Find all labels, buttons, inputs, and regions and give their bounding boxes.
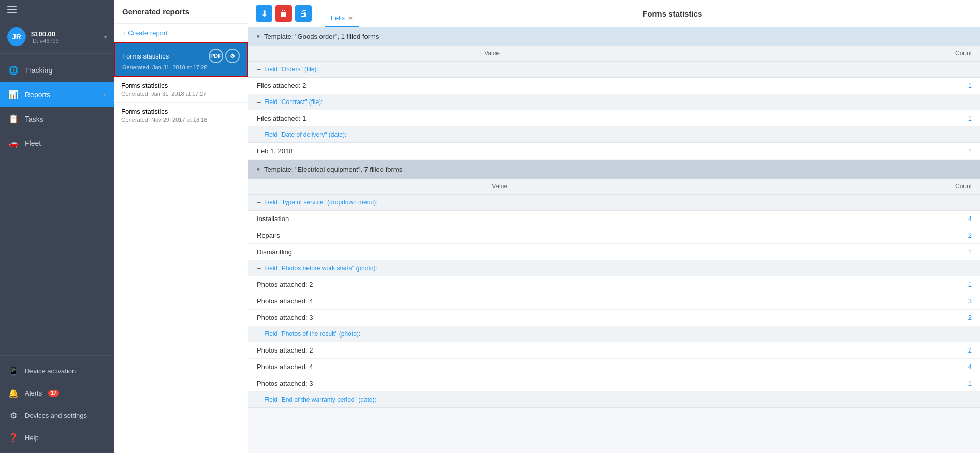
tab-felix[interactable]: Felix ✕ [325,10,359,27]
template-goods-order-title: Template: "Goods order", 1 filled forms [264,33,379,40]
sidebar-item-tracking-label: Tracking [25,66,106,75]
sidebar-item-tasks[interactable]: 📋 Tasks [0,107,114,131]
delete-button[interactable]: 🗑 [275,5,292,22]
col-value-header: Value [248,46,735,62]
report-item-3[interactable]: Forms statistics Generated: Nov 29, 2017… [114,103,248,128]
field-contract-header: − Field "Contract" (file): [248,94,980,110]
sidebar-item-device-activation[interactable]: 📱 Device activation [0,360,114,382]
sidebar-bottom: 📱 Device activation 🔔 Alerts 17 ⚙ Device… [0,355,114,453]
field-photos-before-label: − Field "Photos before work starts" (pho… [248,260,980,276]
user-balance: $100.00 [31,30,99,38]
sidebar-item-device-activation-label: Device activation [25,367,76,375]
table-row: Installation 4 [248,211,980,227]
photos-result-count-1: 2 [751,342,980,359]
sidebar-item-fleet[interactable]: 🚗 Fleet [0,131,114,155]
field-date-delivery-minus-icon: − [257,130,261,139]
tab-close-icon[interactable]: ✕ [348,14,353,22]
reports-layout: Generated reports + Create report Forms … [114,0,980,453]
report-item-1[interactable]: Forms statistics PDF ⚙ Generated: Jan 31… [114,42,248,77]
field-date-delivery-header: − Field "Date of delivery" (date): [248,127,980,143]
report-item-2-title: Forms statistics [121,82,168,90]
table-row: Photos attached: 4 3 [248,293,980,310]
table-row: Repairs 2 [248,227,980,244]
template-goods-order-header[interactable]: ▾ Template: "Goods order", 1 filled form… [248,27,980,46]
template-electrical-equipment-header[interactable]: ▾ Template: "Electrical equipment", 7 fi… [248,160,980,179]
field-orders-header: − Field "Orders" (file): [248,62,980,78]
pdf-button[interactable]: PDF [209,49,223,63]
type-service-value-1: Installation [248,211,751,227]
report-item-3-title: Forms statistics [121,108,168,115]
sidebar-item-help-label: Help [25,434,39,442]
field-warranty-label: − Field "End of the warranty period" (da… [248,392,980,408]
settings-icon: ⚙ [8,411,19,420]
create-report-button[interactable]: + Create report [114,24,248,42]
field-contract-label: − Field "Contract" (file): [248,94,980,110]
photos-before-count-1: 1 [751,276,980,293]
alerts-badge: 17 [48,390,59,397]
device-activation-icon: 📱 [8,366,19,376]
stats-tabs: Felix ✕ [319,0,364,27]
user-info: $100.00 ID: #46799 [31,30,99,44]
reports-panel: Generated reports + Create report Forms … [114,0,248,453]
tabs-title-row: Felix ✕ Forms statistics [319,0,980,27]
sidebar-item-tasks-label: Tasks [25,115,106,123]
report-item-2[interactable]: Forms statistics Generated: Jan 31, 2018… [114,77,248,103]
stats-title: Forms statistics [364,0,980,27]
table-row: Files attached: 1 1 [248,110,980,127]
col-count-header: Count [735,46,980,62]
photos-before-count-2: 3 [751,293,980,310]
field-warranty-header: − Field "End of the warranty period" (da… [248,392,980,408]
sidebar-item-devices-settings[interactable]: ⚙ Devices and settings [0,404,114,427]
sidebar-item-devices-settings-label: Devices and settings [25,412,87,419]
photos-before-count-3: 2 [751,310,980,326]
report-item-1-title: Forms statistics [122,52,169,60]
contract-value-1: Files attached: 1 [248,110,735,127]
date-delivery-value-1: Feb 1, 2018 [248,143,735,159]
template-goods-order: ▾ Template: "Goods order", 1 filled form… [248,27,980,159]
photos-before-value-1: Photos attached: 2 [248,276,751,293]
template-goods-order-table: Value Count − Field "Orders" (file): [248,46,980,159]
table-row: Photos attached: 3 2 [248,310,980,326]
print-button[interactable]: 🖨 [295,5,312,22]
table-row: Photos attached: 2 2 [248,342,980,359]
table-header-row: Value Count [248,46,980,62]
field-type-service-header: − Field "Type of service" (dropdown menu… [248,195,980,211]
table-row: Dismantling 1 [248,244,980,260]
table-row: Files attached: 2 1 [248,78,980,94]
sidebar-item-tracking[interactable]: 🌐 Tracking [0,58,114,82]
reports-arrow-icon: ▾ [103,92,106,97]
sidebar-item-reports-label: Reports [25,91,97,99]
reports-list: Forms statistics PDF ⚙ Generated: Jan 31… [114,42,248,453]
field-photos-result-header: − Field "Photos of the result" (photo): [248,326,980,342]
orders-count-1: 1 [735,78,980,94]
type-service-count-1: 4 [751,211,980,227]
field-orders-label: − Field "Orders" (file): [248,62,980,78]
hamburger-menu-icon[interactable] [7,6,17,13]
photos-result-count-3: 1 [751,375,980,392]
sidebar-item-alerts[interactable]: 🔔 Alerts 17 [0,382,114,404]
table-header-row-2: Value Count [248,179,980,195]
field-warranty-minus-icon: − [257,396,261,404]
combined-header: ⬇ 🗑 🖨 Felix ✕ Forms sta [248,0,980,27]
download-button[interactable]: ⬇ [256,5,272,22]
photos-result-count-2: 4 [751,359,980,375]
photos-result-value-3: Photos attached: 3 [248,375,751,392]
stats-content: ▾ Template: "Goods order", 1 filled form… [248,27,980,453]
main-content: Generated reports + Create report Forms … [114,0,980,453]
user-section[interactable]: JR $100.00 ID: #46799 ▾ [0,20,114,54]
field-type-service-label: − Field "Type of service" (dropdown menu… [248,195,980,211]
template-electrical-equipment-chevron: ▾ [257,166,260,173]
settings-button[interactable]: ⚙ [225,49,240,63]
sidebar-item-reports[interactable]: 📊 Reports ▾ [0,82,114,107]
field-date-delivery-label: − Field "Date of delivery" (date): [248,127,980,143]
photos-before-value-2: Photos attached: 4 [248,293,751,310]
user-dropdown-icon[interactable]: ▾ [104,34,107,40]
sidebar-item-help[interactable]: ❓ Help [0,427,114,449]
date-delivery-count-1: 1 [735,143,980,159]
user-id: ID: #46799 [31,38,99,44]
template-electrical-equipment: ▾ Template: "Electrical equipment", 7 fi… [248,160,980,408]
sidebar-item-fleet-label: Fleet [25,139,106,148]
report-item-1-header: Forms statistics PDF ⚙ [122,49,240,63]
alerts-icon: 🔔 [8,388,19,398]
nav-items: 🌐 Tracking 📊 Reports ▾ 📋 Tasks 🚗 Fleet [0,54,114,355]
